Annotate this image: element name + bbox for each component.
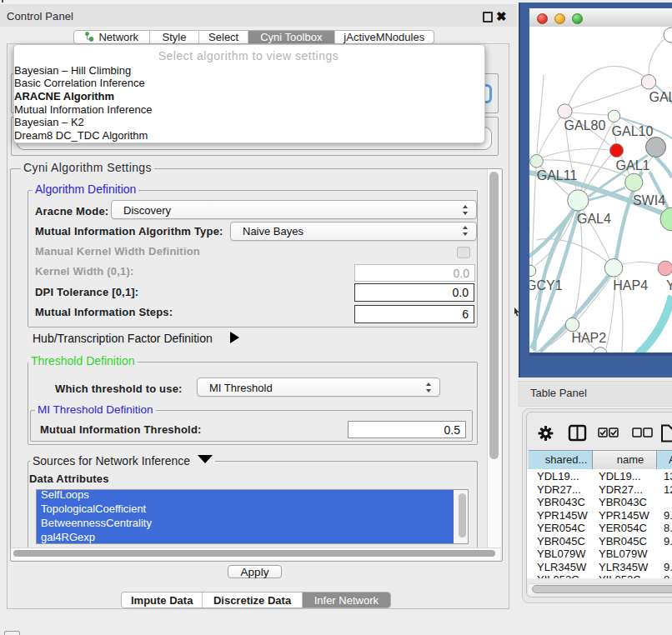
- svg-text:HAP2: HAP2: [571, 331, 606, 345]
- svg-text:GAL4: GAL4: [577, 212, 611, 226]
- svg-text:YM: YM: [666, 278, 672, 292]
- svg-text:GAL80: GAL80: [564, 118, 606, 132]
- svg-text:GCY1: GCY1: [529, 278, 563, 292]
- svg-text:GAL1: GAL1: [616, 158, 650, 172]
- svg-text:SWI4: SWI4: [633, 193, 665, 208]
- svg-text:GAL11: GAL11: [537, 168, 578, 182]
- svg-text:HAP4: HAP4: [613, 278, 648, 292]
- svg-text:GAL2: GAL2: [649, 90, 672, 104]
- svg-text:GAL10: GAL10: [612, 124, 654, 138]
